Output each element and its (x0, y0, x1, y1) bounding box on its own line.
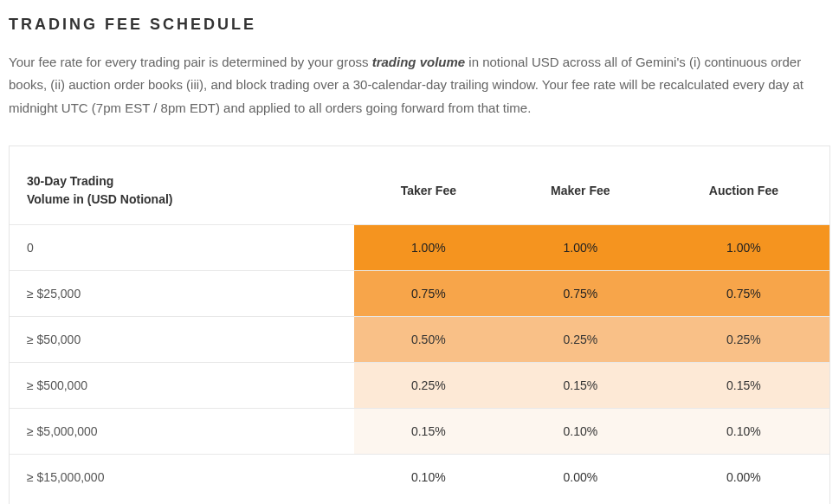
cell-auction-fee: 0.75% (658, 270, 829, 316)
cell-taker-fee: 0.10% (354, 454, 503, 500)
header-volume: 30-Day Trading Volume in (USD Notional) (10, 157, 354, 225)
table-row: ≥ $15,000,000 0.10% 0.00% 0.00% (10, 454, 829, 500)
description-emphasis: trading volume (372, 55, 466, 69)
header-taker-fee: Taker Fee (354, 157, 503, 225)
cell-taker-fee: 0.25% (354, 362, 503, 408)
cell-auction-fee: 0.10% (658, 408, 829, 454)
cell-maker-fee: 0.15% (503, 362, 658, 408)
table-header-row: 30-Day Trading Volume in (USD Notional) … (10, 157, 829, 225)
cell-taker-fee: 0.75% (354, 270, 503, 316)
table-row: 0 1.00% 1.00% 1.00% (10, 224, 829, 270)
cell-volume: ≥ $50,000 (10, 316, 354, 362)
cell-taker-fee: 0.15% (354, 408, 503, 454)
cell-maker-fee: 0.10% (503, 408, 658, 454)
cell-maker-fee: 0.75% (503, 270, 658, 316)
cell-volume: ≥ $5,000,000 (10, 408, 354, 454)
cell-maker-fee: 0.00% (503, 454, 658, 500)
table-row: ≥ $50,000 0.50% 0.25% 0.25% (10, 316, 829, 362)
header-volume-line2: Volume in (USD Notional) (27, 192, 173, 206)
cell-maker-fee: 0.25% (503, 316, 658, 362)
cell-taker-fee: 0.50% (354, 316, 503, 362)
table-row: ≥ $500,000 0.25% 0.15% 0.15% (10, 362, 829, 408)
page-title: TRADING FEE SCHEDULE (9, 16, 830, 34)
cell-volume: ≥ $25,000 (10, 270, 354, 316)
header-maker-fee: Maker Fee (503, 157, 658, 225)
cell-volume: 0 (10, 224, 354, 270)
cell-auction-fee: 0.25% (658, 316, 829, 362)
cell-auction-fee: 0.15% (658, 362, 829, 408)
cell-volume: ≥ $500,000 (10, 362, 354, 408)
description-text-pre: Your fee rate for every trading pair is … (9, 55, 372, 69)
cell-volume: ≥ $15,000,000 (10, 454, 354, 500)
cell-taker-fee: 1.00% (354, 224, 503, 270)
cell-auction-fee: 0.00% (658, 454, 829, 500)
cell-maker-fee: 1.00% (503, 224, 658, 270)
table-row: ≥ $25,000 0.75% 0.75% 0.75% (10, 270, 829, 316)
fee-table-container: 30-Day Trading Volume in (USD Notional) … (9, 145, 830, 504)
table-row: ≥ $5,000,000 0.15% 0.10% 0.10% (10, 408, 829, 454)
header-auction-fee: Auction Fee (658, 157, 829, 225)
description-paragraph: Your fee rate for every trading pair is … (9, 51, 830, 120)
fee-schedule-table: 30-Day Trading Volume in (USD Notional) … (10, 157, 829, 500)
header-volume-line1: 30-Day Trading (27, 174, 113, 188)
cell-auction-fee: 1.00% (658, 224, 829, 270)
